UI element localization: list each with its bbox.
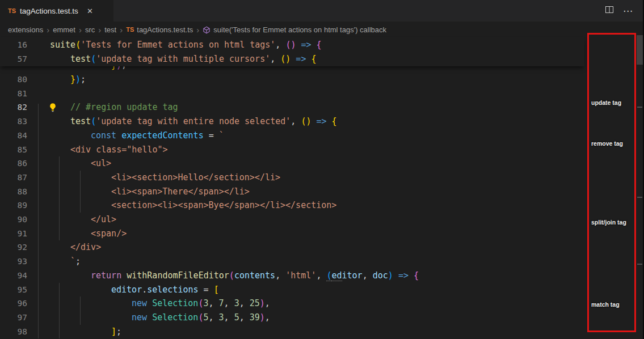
code-line[interactable]: 90</ul> xyxy=(0,213,584,227)
code-text: return withRandomFileEditor(contents, 'h… xyxy=(50,269,419,283)
breadcrumb-separator-icon: › xyxy=(98,26,102,34)
breadcrumb-label: suite('Tests for Emmet actions on html t… xyxy=(213,26,386,34)
breadcrumb-item[interactable]: extensions xyxy=(8,26,43,34)
lightbulb-button[interactable] xyxy=(48,103,57,115)
code-text: ]; xyxy=(50,325,121,339)
code-line[interactable]: 91<span/> xyxy=(0,227,584,241)
overview-ruler-mark xyxy=(637,264,642,265)
code-line[interactable]: 86<ul> xyxy=(0,156,584,171)
breadcrumb-item[interactable]: src xyxy=(85,26,95,34)
code-line[interactable]: 92</div> xyxy=(0,240,584,255)
line-number[interactable]: 81 xyxy=(0,87,27,101)
code-text: const expectedContents = ` xyxy=(50,129,224,143)
breadcrumb-separator-icon: › xyxy=(119,26,123,34)
code-text: suite('Tests for Emmet actions on html t… xyxy=(50,38,322,52)
breadcrumb-label: tagActions.test.ts xyxy=(137,26,193,34)
line-number[interactable]: 80 xyxy=(0,73,27,87)
code-line[interactable]: 16suite('Tests for Emmet actions on html… xyxy=(0,38,584,52)
breadcrumb-item[interactable]: emmet xyxy=(53,26,75,34)
minimap-annotation-label: split/join tag xyxy=(591,219,626,226)
code-line[interactable]: 96new Selection(3, 7, 3, 25), xyxy=(0,296,584,311)
line-number[interactable]: 97 xyxy=(0,311,27,325)
minimap-annotation-label: remove tag xyxy=(591,140,623,147)
breadcrumb-item[interactable]: suite('Tests for Emmet actions on html t… xyxy=(203,26,386,34)
overview-ruler-mark xyxy=(637,197,642,198)
code-text: }); xyxy=(50,73,86,87)
code-line[interactable]: 93`; xyxy=(0,255,584,269)
code-line[interactable]: 82// #region update tag xyxy=(0,100,584,115)
line-number[interactable]: 90 xyxy=(0,213,27,227)
tab-bar: TS tagActions.test.ts ✕ ⋯ xyxy=(0,0,644,22)
breadcrumb-separator-icon: › xyxy=(196,26,200,34)
code-line[interactable]: 57test('update tag with multiple cursors… xyxy=(0,52,584,66)
code-text: <li><section>Hello</section></li> xyxy=(50,171,280,185)
breadcrumb-label: src xyxy=(85,26,95,34)
typescript-file-icon: TS xyxy=(8,7,16,14)
breadcrumb-label: emmet xyxy=(53,26,75,34)
code-text: // #region update tag xyxy=(50,100,178,115)
minimap-annotation-label: update tag xyxy=(591,99,621,106)
breadcrumb-separator-icon: › xyxy=(46,26,50,34)
code-line[interactable]: 84const expectedContents = ` xyxy=(0,129,584,143)
code-text: new Selection(5, 3, 5, 39), xyxy=(50,311,270,325)
breadcrumb: extensions›emmet›src›test›TStagActions.t… xyxy=(0,22,644,37)
breadcrumb-item[interactable]: test xyxy=(104,26,116,34)
code-line[interactable]: 81 xyxy=(0,87,584,101)
lightbulb-icon xyxy=(48,103,57,112)
code-line[interactable]: 95editor.selections = [ xyxy=(0,283,584,297)
code-text: `; xyxy=(50,255,81,269)
code-line[interactable]: 94return withRandomFileEditor(contents, … xyxy=(0,269,584,283)
code-text: </ul> xyxy=(50,213,116,227)
code-text: <span/> xyxy=(50,227,127,241)
vertical-scrollbar[interactable] xyxy=(637,0,643,339)
line-number[interactable]: 94 xyxy=(0,269,27,283)
line-number[interactable]: 16 xyxy=(0,38,27,52)
code-line[interactable]: 85<div class="hello"> xyxy=(0,143,584,157)
symbol-cube-icon xyxy=(203,26,211,34)
sticky-scroll[interactable]: 16suite('Tests for Emmet actions on html… xyxy=(0,37,584,66)
overview-ruler-mark xyxy=(637,107,642,108)
vscode-window: { "tab": { "icon_text": "TS", "title": "… xyxy=(0,0,644,339)
code-text: test('update tag with multiple cursors',… xyxy=(50,52,316,66)
code-text: <ul> xyxy=(50,156,111,171)
line-number[interactable]: 93 xyxy=(0,255,27,269)
minimap-annotation-label: match tag xyxy=(591,301,620,308)
code-text: editor.selections = [ xyxy=(50,283,219,297)
line-number[interactable]: 87 xyxy=(0,171,27,185)
close-icon[interactable]: ✕ xyxy=(87,7,93,15)
code-text: <div class="hello"> xyxy=(50,143,168,157)
tab-title: tagActions.test.ts xyxy=(20,7,78,15)
line-number[interactable]: 82 xyxy=(0,100,27,115)
tab-tagactions-test-ts[interactable]: TS tagActions.test.ts ✕ xyxy=(0,0,113,22)
code-line[interactable]: 97new Selection(5, 3, 5, 39), xyxy=(0,311,584,325)
code-text: <section><li><span>Bye</span></li></sect… xyxy=(50,198,336,213)
editor-area[interactable]: });80});8182// #region update tag83test(… xyxy=(0,37,644,339)
line-number[interactable]: 95 xyxy=(0,283,27,297)
code-line[interactable]: 88<li><span>There</span></li> xyxy=(0,185,584,199)
line-number[interactable]: 84 xyxy=(0,129,27,143)
line-number[interactable]: 96 xyxy=(0,296,27,311)
line-number[interactable]: 89 xyxy=(0,198,27,213)
line-number[interactable]: 86 xyxy=(0,156,27,171)
breadcrumb-label: test xyxy=(104,26,116,34)
code-line[interactable]: 98]; xyxy=(0,325,584,339)
breadcrumb-label: extensions xyxy=(8,26,43,34)
line-number[interactable]: 98 xyxy=(0,325,27,339)
breadcrumb-item[interactable]: TStagActions.test.ts xyxy=(126,26,193,34)
code-line[interactable]: 83test('update tag with entire node sele… xyxy=(0,115,584,129)
typescript-file-icon: TS xyxy=(126,26,134,33)
code-line[interactable]: 87<li><section>Hello</section></li> xyxy=(0,171,584,185)
code-text: new Selection(3, 7, 3, 25), xyxy=(50,296,270,311)
code-text: <li><span>There</span></li> xyxy=(50,185,250,199)
breadcrumb-separator-icon: › xyxy=(78,26,82,34)
minimap-highlight-box xyxy=(587,33,636,332)
line-number[interactable]: 92 xyxy=(0,240,27,255)
scrollbar-slider[interactable] xyxy=(637,35,643,65)
line-number[interactable]: 88 xyxy=(0,185,27,199)
line-number[interactable]: 85 xyxy=(0,143,27,157)
line-number[interactable]: 83 xyxy=(0,115,27,129)
code-line[interactable]: 80}); xyxy=(0,73,584,87)
code-line[interactable]: 89<section><li><span>Bye</span></li></se… xyxy=(0,198,584,213)
line-number[interactable]: 91 xyxy=(0,227,27,241)
line-number[interactable]: 57 xyxy=(0,52,27,66)
